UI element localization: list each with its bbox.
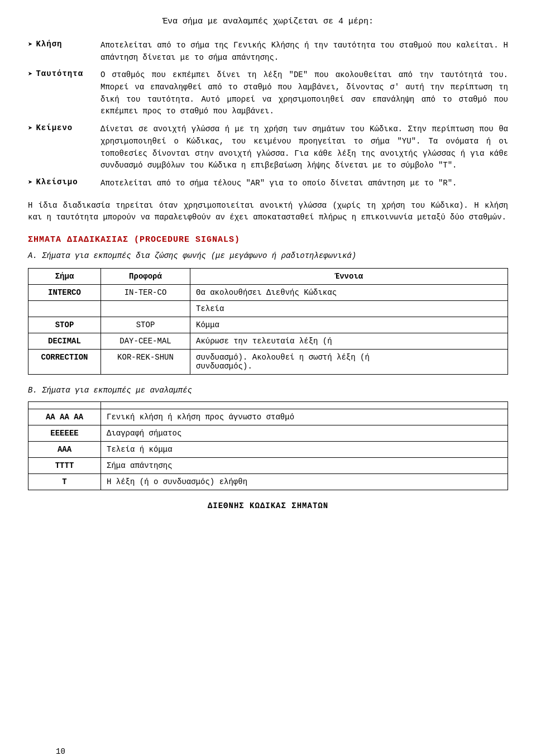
desc-klisi: Αποτελείται από το σήμα της Γενικής Κλήσ… bbox=[100, 40, 508, 64]
pron-cell: IN-TER-CO bbox=[101, 284, 190, 300]
signal-cell: T bbox=[28, 473, 101, 490]
table-row: INTERCO IN-TER-CO Θα ακολουθήσει Διεθνής… bbox=[28, 284, 508, 300]
term-klisi: ➤ Κλήση bbox=[28, 40, 100, 64]
signal-cell: AAA bbox=[28, 441, 101, 457]
meaning-cell: Γενική κλήση ή κλήση προς άγνωστο σταθμό bbox=[101, 409, 508, 425]
meaning-cell: Τελεία bbox=[190, 300, 508, 317]
table-row: AA AA AA Γενική κλήση ή κλήση προς άγνωσ… bbox=[28, 409, 508, 425]
signal-cell: TTTT bbox=[28, 457, 101, 473]
signal-cell: EEEEEE bbox=[28, 425, 101, 441]
col-header-pron: Προφορά bbox=[101, 268, 190, 284]
page-title: Ένα σήμα με αναλαμπές χωρίζεται σε 4 μέρ… bbox=[28, 17, 508, 26]
section-klisi: ➤ Κλήση Αποτελείται από το σήμα της Γενι… bbox=[28, 40, 508, 64]
table-row: EEEEEE Διαγραφή σήματος bbox=[28, 425, 508, 441]
section-tautotita: ➤ Ταυτότητα Ο σταθμός που εκπέμπει δίνει… bbox=[28, 69, 508, 118]
meaning-cell: Η λέξη (ή ο συνδυασμός) ελήφθη bbox=[101, 473, 508, 490]
pron-cell: DAY-CEE-MAL bbox=[101, 333, 190, 349]
sub-heading-a: Α. Σήματα για εκπομπές δια ζώσης φωνής (… bbox=[28, 251, 508, 260]
meaning-cell: Διαγραφή σήματος bbox=[101, 425, 508, 441]
pron-cell: KOR-REK-SHUN bbox=[101, 349, 190, 374]
arrow-icon-2: ➤ bbox=[28, 69, 32, 79]
signal-cell: STOP bbox=[28, 317, 101, 333]
arrow-icon-3: ➤ bbox=[28, 123, 32, 133]
section-keimeno: ➤ Κείμενο Δίνεται σε ανοιχτή γλώσσα ή με… bbox=[28, 123, 508, 172]
meaning-cell: Ακύρωσε την τελευταία λέξη (ή bbox=[190, 333, 508, 349]
table-row: T Η λέξη (ή ο συνδυασμός) ελήφθη bbox=[28, 473, 508, 490]
arrow-icon: ➤ bbox=[28, 40, 32, 49]
signal-cell: INTERCO bbox=[28, 284, 101, 300]
table-row: CORRECTION KOR-REK-SHUN συνδυασμό). Ακολ… bbox=[28, 349, 508, 374]
table-row: STOP STOP Κόμμα bbox=[28, 317, 508, 333]
table-row: AAA Τελεία ή κόμμα bbox=[28, 441, 508, 457]
desc-tautotita: Ο σταθμός που εκπέμπει δίνει τη λέξη "DE… bbox=[100, 69, 508, 118]
table-row: DECIMAL DAY-CEE-MAL Ακύρωσε την τελευταί… bbox=[28, 333, 508, 349]
meaning-cell: Τελεία ή κόμμα bbox=[101, 441, 508, 457]
term-keimeno: ➤ Κείμενο bbox=[28, 123, 100, 172]
table-b: AA AA AA Γενική κλήση ή κλήση προς άγνωσ… bbox=[28, 401, 508, 490]
section-kleisimo: ➤ Κλείσιμο Αποτελείται από το σήμα τέλου… bbox=[28, 178, 508, 190]
meaning-cell: Κόμμα bbox=[190, 317, 508, 333]
col-header-signal: Σήμα bbox=[28, 268, 101, 284]
signal-cell: CORRECTION bbox=[28, 349, 101, 374]
footer-title: ΔΙΕΘΝΗΣ ΚΩΔΙΚΑΣ ΣΗΜΑΤΩΝ bbox=[28, 501, 508, 510]
table-row: Τελεία bbox=[28, 300, 508, 317]
signal-cell: AA AA AA bbox=[28, 409, 101, 425]
page-number: 10 bbox=[56, 747, 65, 756]
arrow-icon-4: ➤ bbox=[28, 178, 32, 187]
col-header-meaning: Έννοια bbox=[190, 268, 508, 284]
meaning-cell: συνδυασμό). Ακολουθεί η σωστή λέξη (ήσυν… bbox=[190, 349, 508, 374]
term-tautotita: ➤ Ταυτότητα bbox=[28, 69, 100, 118]
pron-cell bbox=[101, 300, 190, 317]
col-b-meaning bbox=[101, 401, 508, 409]
procedure-heading: ΣΗΜΑΤΑ ΔΙΑΔΙΚΑΣΙΑΣ (PROCEDURE SIGNALS) bbox=[28, 235, 508, 245]
sub-heading-b: Β. Σήματα για εκπομπές με αναλαμπές bbox=[28, 386, 508, 395]
table-a: Σήμα Προφορά Έννοια INTERCO IN-TER-CO Θα… bbox=[28, 268, 508, 375]
desc-keimeno: Δίνεται σε ανοιχτή γλώσσα ή με τη χρήση … bbox=[100, 123, 508, 172]
table-row: TTTT Σήμα απάντησης bbox=[28, 457, 508, 473]
signal-cell: DECIMAL bbox=[28, 333, 101, 349]
signal-cell bbox=[28, 300, 101, 317]
desc-kleisimo: Αποτελείται από το σήμα τέλους "AR" για … bbox=[100, 178, 508, 190]
pron-cell: STOP bbox=[101, 317, 190, 333]
meaning-cell: Θα ακολουθήσει Διεθνής Κώδικας bbox=[190, 284, 508, 300]
term-kleisimo: ➤ Κλείσιμο bbox=[28, 178, 100, 190]
middle-paragraph: Η ίδια διαδικασία τηρείται όταν χρησιμοπ… bbox=[28, 200, 508, 224]
meaning-cell: Σήμα απάντησης bbox=[101, 457, 508, 473]
col-b-signal bbox=[28, 401, 101, 409]
